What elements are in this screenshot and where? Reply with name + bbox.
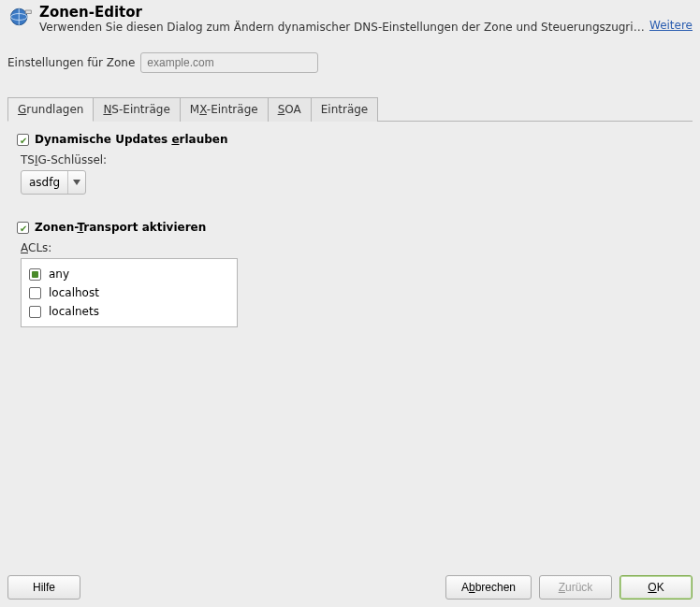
acl-item-label: localhost — [49, 286, 99, 299]
ok-button[interactable]: OK — [620, 575, 693, 600]
zone-editor-icon — [7, 4, 34, 30]
help-button[interactable]: Hilfe — [7, 575, 80, 600]
zone-name-input — [140, 52, 318, 73]
tsig-key-selected: asdfg — [22, 171, 68, 194]
tab-0[interactable]: Grundlagen — [7, 97, 94, 122]
acl-item[interactable]: any — [29, 265, 229, 283]
tab-1[interactable]: NS-Einträge — [94, 97, 180, 122]
enable-zone-transfer-label: Zonen-Transport aktivieren — [35, 221, 206, 234]
acl-item-checkbox[interactable] — [29, 268, 41, 281]
enable-zone-transfer-checkbox[interactable] — [17, 222, 29, 234]
acl-item[interactable]: localnets — [29, 302, 229, 321]
acl-item[interactable]: localhost — [29, 283, 229, 302]
dialog-footer: Hilfe Abbrechen Zurück OK — [0, 568, 700, 607]
section-dynamic-updates: Dynamische Updates erlauben TSIG-Schlüss… — [17, 133, 683, 195]
tsig-key-label: TSIG-Schlüssel: — [21, 153, 683, 166]
acl-item-label: localnets — [49, 305, 99, 318]
dialog-description: Verwenden Sie diesen Dialog zum Ändern d… — [39, 21, 646, 34]
tab-content-basics: Dynamische Updates erlauben TSIG-Schlüss… — [7, 122, 693, 568]
back-button: Zurück — [539, 575, 612, 600]
acl-item-checkbox[interactable] — [29, 306, 41, 318]
more-link[interactable]: Weitere — [649, 19, 693, 34]
dialog-title: Zonen-Editor — [39, 4, 646, 21]
dialog-header: Zonen-Editor Verwenden Sie diesen Dialog… — [0, 0, 700, 36]
chevron-down-icon — [68, 171, 85, 194]
tab-3[interactable]: SOA — [269, 97, 312, 122]
allow-dynamic-updates-label: Dynamische Updates erlauben — [35, 133, 227, 146]
cancel-button[interactable]: Abbrechen — [445, 575, 532, 600]
acl-item-label: any — [49, 267, 69, 281]
section-zone-transfer: Zonen-Transport aktivieren ACLs: anyloca… — [17, 221, 683, 327]
zone-label: Einstellungen für Zone — [7, 56, 135, 69]
tab-2[interactable]: MX-Einträge — [181, 97, 269, 122]
allow-dynamic-updates-checkbox[interactable] — [17, 134, 29, 146]
zone-settings-row: Einstellungen für Zone — [0, 36, 700, 80]
acls-listbox[interactable]: anylocalhostlocalnets — [21, 258, 238, 327]
acls-label: ACLs: — [21, 241, 683, 254]
tab-4[interactable]: Einträge — [312, 97, 379, 122]
tsig-key-combobox[interactable]: asdfg — [21, 170, 86, 195]
acl-item-checkbox[interactable] — [29, 287, 41, 299]
tab-bar: GrundlagenNS-EinträgeMX-EinträgeSOAEintr… — [7, 97, 693, 122]
